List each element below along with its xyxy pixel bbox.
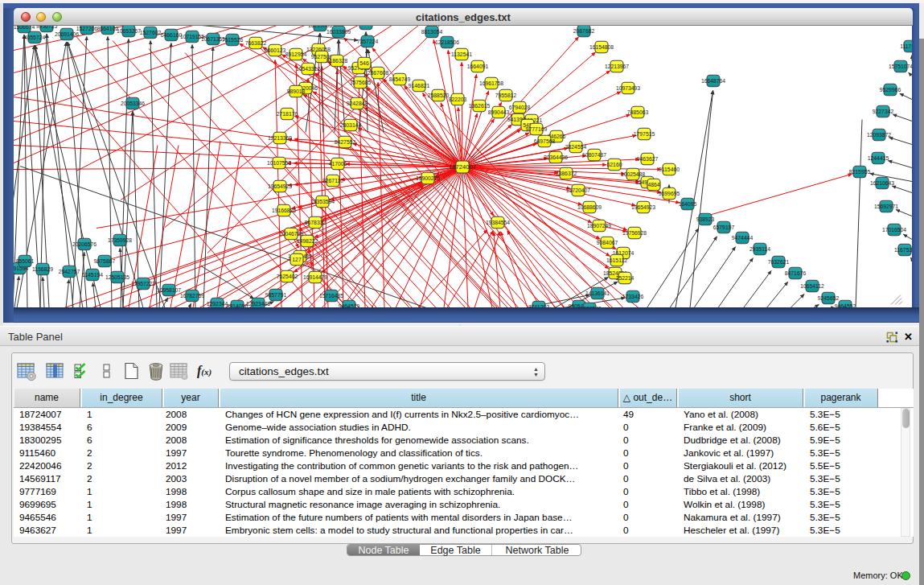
svg-text:19654923: 19654923 <box>268 183 292 188</box>
svg-text:2935114: 2935114 <box>749 245 770 251</box>
svg-text:7741203: 7741203 <box>528 303 550 307</box>
svg-text:8912954: 8912954 <box>285 51 307 56</box>
svg-text:9474444: 9474444 <box>732 234 754 240</box>
svg-text:12213967: 12213967 <box>605 63 629 68</box>
svg-text:9227342: 9227342 <box>873 108 894 113</box>
svg-text:1292344: 1292344 <box>207 300 228 306</box>
svg-text:2588520: 2588520 <box>428 92 450 97</box>
svg-text:10025488: 10025488 <box>621 171 645 176</box>
svg-text:20364436: 20364436 <box>544 154 568 159</box>
svg-text:15900275: 15900275 <box>416 175 440 180</box>
svg-text:1362615: 1362615 <box>469 102 491 108</box>
svg-text:8678332: 8678332 <box>305 219 326 225</box>
svg-text:12213369: 12213369 <box>268 134 292 140</box>
svg-text:10046786: 10046786 <box>279 230 303 236</box>
svg-text:9146821: 9146821 <box>409 82 430 88</box>
svg-text:546: 546 <box>359 60 369 65</box>
svg-text:1797515: 1797515 <box>634 130 655 136</box>
svg-text:10973493: 10973493 <box>616 84 640 90</box>
svg-text:822203: 822203 <box>449 96 467 101</box>
svg-text:15720407: 15720407 <box>566 187 590 192</box>
svg-text:19654923: 19654923 <box>631 204 655 209</box>
svg-text:62160: 62160 <box>607 161 622 167</box>
svg-text:10543312: 10543312 <box>296 65 320 71</box>
svg-text:1498222: 1498222 <box>297 237 318 243</box>
svg-text:19756928: 19756928 <box>622 229 647 235</box>
svg-text:17359928: 17359928 <box>108 237 132 242</box>
svg-text:2803144: 2803144 <box>340 122 362 127</box>
svg-text:16914479: 16914479 <box>303 274 327 279</box>
svg-text:16648764: 16648764 <box>701 77 725 83</box>
svg-text:1167531: 1167531 <box>894 246 912 252</box>
svg-text:855061: 855061 <box>16 257 35 263</box>
svg-text:8664102: 8664102 <box>97 26 119 31</box>
svg-text:9975867: 9975867 <box>94 257 116 263</box>
svg-text:8267110: 8267110 <box>322 177 343 183</box>
svg-text:7357224: 7357224 <box>357 38 379 43</box>
svg-text:12923448: 12923448 <box>246 300 270 306</box>
svg-text:12093872: 12093872 <box>867 131 891 137</box>
svg-text:16154808: 16154808 <box>589 43 614 49</box>
svg-text:15692971: 15692971 <box>874 203 898 208</box>
svg-text:2942757: 2942757 <box>59 268 80 274</box>
svg-text:9464519: 9464519 <box>339 303 360 307</box>
svg-text:252214: 252214 <box>616 274 634 280</box>
svg-text:8215955: 8215955 <box>849 168 871 174</box>
svg-text:938923: 938923 <box>696 216 715 221</box>
svg-text:1527602: 1527602 <box>140 29 162 35</box>
svg-text:1244415: 1244415 <box>868 154 889 160</box>
svg-text:8427552: 8427552 <box>335 138 356 144</box>
svg-text:20053346: 20053346 <box>121 100 145 105</box>
svg-text:9777169: 9777169 <box>526 126 548 131</box>
svg-text:12505135: 12505135 <box>105 274 129 279</box>
svg-text:6794028: 6794028 <box>509 104 531 109</box>
svg-text:7955812: 7955812 <box>495 92 517 97</box>
svg-text:8660123: 8660123 <box>265 47 286 52</box>
svg-text:13353594: 13353594 <box>310 198 335 204</box>
svg-text:1506674: 1506674 <box>14 26 35 30</box>
svg-text:8990443: 8990443 <box>488 109 510 114</box>
svg-text:16782759: 16782759 <box>180 292 204 298</box>
svg-text:7485063: 7485063 <box>627 109 649 114</box>
svg-text:9956725: 9956725 <box>36 26 58 29</box>
svg-text:9529966: 9529966 <box>880 86 901 92</box>
svg-text:1733426: 1733426 <box>622 293 644 299</box>
svg-text:8454749: 8454749 <box>389 76 411 81</box>
svg-text:17957223: 17957223 <box>131 280 155 286</box>
svg-text:9245652: 9245652 <box>818 295 840 300</box>
svg-text:16210643: 16210643 <box>870 179 894 185</box>
svg-text:1145194: 1145194 <box>82 271 103 277</box>
svg-text:14136141: 14136141 <box>585 290 610 295</box>
svg-text:1527206: 1527206 <box>76 26 98 31</box>
svg-text:9242848: 9242848 <box>347 100 368 105</box>
svg-text:3824554: 3824554 <box>565 143 587 149</box>
svg-text:2718176: 2718176 <box>277 110 298 116</box>
svg-text:1664091: 1664091 <box>467 63 489 68</box>
svg-text:20206576: 20206576 <box>72 241 97 246</box>
svg-text:127: 127 <box>292 256 302 262</box>
svg-text:8186328: 8186328 <box>326 57 348 63</box>
svg-text:7625402: 7625402 <box>277 273 298 278</box>
svg-text:1156829: 1156829 <box>32 266 53 271</box>
svg-text:16033809: 16033809 <box>326 28 351 34</box>
svg-text:1615112: 1615112 <box>606 257 627 262</box>
svg-text:1132541: 1132541 <box>451 51 472 56</box>
svg-text:9115460: 9115460 <box>659 166 680 171</box>
svg-text:15716485: 15716485 <box>319 292 343 298</box>
svg-text:11026549: 11026549 <box>577 305 602 307</box>
svg-text:10653267: 10653267 <box>117 27 141 33</box>
svg-text:6497568: 6497568 <box>534 138 556 143</box>
svg-text:16961758: 16961758 <box>479 80 503 85</box>
svg-text:8813054: 8813054 <box>421 28 443 34</box>
svg-text:417006: 417006 <box>329 160 347 166</box>
svg-text:19166825: 19166825 <box>272 207 296 212</box>
svg-text:7632621: 7632621 <box>768 258 790 264</box>
svg-text:18724007: 18724007 <box>449 163 476 171</box>
svg-text:9699695: 9699695 <box>659 190 680 196</box>
svg-text:12218506: 12218506 <box>435 39 459 44</box>
svg-text:9857791: 9857791 <box>265 291 287 297</box>
svg-text:9084067: 9084067 <box>597 239 618 245</box>
svg-text:6466160: 6466160 <box>161 31 183 37</box>
svg-text:164095: 164095 <box>679 200 697 206</box>
svg-text:17016504: 17016504 <box>882 226 906 232</box>
